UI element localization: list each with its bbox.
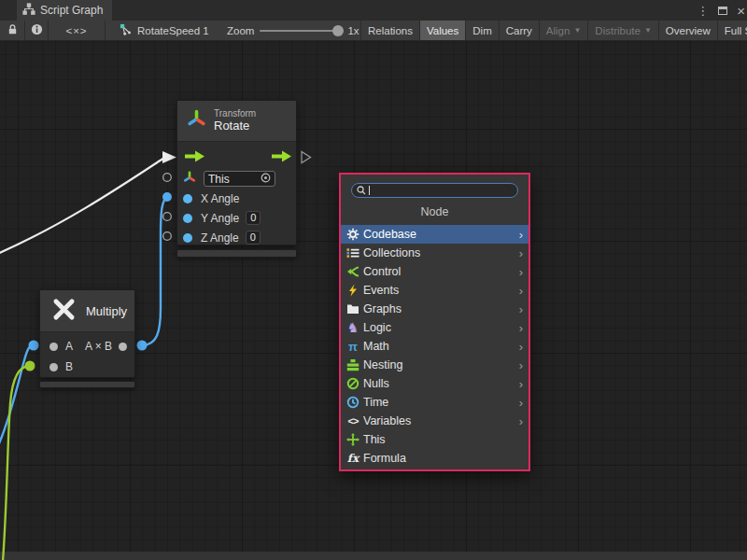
finder-item-label: Control <box>363 265 519 278</box>
shuffle-icon <box>345 265 360 279</box>
control-input-arrow-icon[interactable] <box>184 149 205 166</box>
dropdown-arrow-icon: ▼ <box>644 26 652 35</box>
toolbar-button-distribute[interactable]: Distribute▼ <box>587 21 658 40</box>
port-dot-blue[interactable] <box>183 214 192 223</box>
code-view-button[interactable]: <×> <box>49 21 106 40</box>
port-output-label: A × B <box>85 340 112 353</box>
chevron-right-icon: › <box>519 341 523 353</box>
maximize-icon[interactable] <box>718 7 727 15</box>
finder-item-nulls[interactable]: Nulls› <box>341 374 529 393</box>
port-output-dot[interactable] <box>119 343 127 351</box>
graph-ref-icon <box>120 23 132 37</box>
move-icon <box>345 433 360 447</box>
toolbar-button-dim[interactable]: Dim <box>465 21 498 40</box>
multiply-row-b: B <box>40 357 134 377</box>
formula-icon: fx <box>345 452 360 466</box>
finder-item-graphs[interactable]: Graphs› <box>341 300 529 318</box>
window-controls: ⋮ × <box>697 0 745 21</box>
nesting-icon <box>345 358 360 372</box>
rotate-node-footer <box>176 249 297 258</box>
graph-reference[interactable]: RotateSpeed 1 <box>120 21 209 40</box>
finder-item-events[interactable]: Events› <box>341 281 529 300</box>
zoom-level: 1x <box>347 25 359 36</box>
tab-bar: Script Graph ⋮ × <box>0 0 747 21</box>
port-value-field[interactable]: 0 <box>246 231 261 245</box>
info-icon <box>31 23 43 37</box>
port-row-z-angle: Z Angle0 <box>177 228 296 247</box>
tab-title: Script Graph <box>40 4 103 17</box>
search-input[interactable] <box>351 183 518 198</box>
multiply-node-header: Multiply <box>40 290 134 332</box>
toolbar-button-relations[interactable]: Relations <box>360 21 419 40</box>
port-dot-blue[interactable] <box>183 233 192 243</box>
menu-icon[interactable]: ⋮ <box>697 4 709 18</box>
finder-item-formula[interactable]: fxFormula <box>341 449 529 468</box>
graph-ref-label: RotateSpeed 1 <box>137 25 209 36</box>
chevron-right-icon: › <box>519 322 523 334</box>
port-label: Y Angle <box>201 212 239 225</box>
folder-icon <box>345 302 360 316</box>
toolbar-button-values[interactable]: Values <box>419 21 465 40</box>
lightning-icon <box>345 284 360 298</box>
transform-axes-small-icon <box>183 171 196 188</box>
this-field-value: This <box>208 173 230 186</box>
port-b-label: B <box>65 360 73 373</box>
node-transform-rotate[interactable]: Transform Rotate This X Ang <box>176 100 297 245</box>
close-icon[interactable]: × <box>737 3 745 19</box>
tab-script-graph[interactable]: Script Graph <box>17 0 112 21</box>
chevron-right-icon: › <box>519 415 523 427</box>
chevron-right-icon: › <box>519 229 523 241</box>
clock-icon <box>345 396 360 410</box>
port-value-field[interactable]: 0 <box>246 211 261 225</box>
port-b-dot[interactable] <box>49 363 58 371</box>
control-output-arrow-icon[interactable] <box>271 149 292 166</box>
object-picker-icon[interactable] <box>261 173 271 186</box>
finder-item-control[interactable]: Control› <box>341 262 529 281</box>
gear-icon <box>345 228 360 242</box>
port-row-x-angle: X Angle <box>177 189 296 208</box>
text-caret <box>369 186 370 195</box>
this-object-field[interactable]: This <box>204 171 275 187</box>
this-port-row: This <box>177 169 296 189</box>
chevron-right-icon: › <box>519 266 523 278</box>
finder-item-codebase[interactable]: Codebase› <box>341 225 529 244</box>
finder-item-math[interactable]: πMath› <box>341 337 529 356</box>
variables-icon: <> <box>345 414 360 428</box>
chevron-right-icon: › <box>519 247 523 259</box>
rotate-value-ports: X AngleY Angle0Z Angle0 <box>177 189 296 247</box>
toolbar-button-full-screen[interactable]: Full Screen <box>717 21 747 40</box>
port-row-y-angle: Y Angle0 <box>177 208 296 228</box>
port-a-dot[interactable] <box>49 343 58 351</box>
finder-item-time[interactable]: Time› <box>341 393 529 412</box>
toolbar-button-carry[interactable]: Carry <box>499 21 539 40</box>
chevron-right-icon: › <box>519 397 523 409</box>
finder-item-logic[interactable]: ♞Logic› <box>341 318 529 337</box>
finder-item-label: This <box>363 433 523 446</box>
finder-item-variables[interactable]: <>Variables› <box>341 412 529 430</box>
zoom-slider[interactable] <box>260 30 342 32</box>
search-icon <box>357 182 366 199</box>
node-title: Multiply <box>86 304 127 318</box>
toolbar-button-overview[interactable]: Overview <box>658 21 717 40</box>
info-button[interactable] <box>25 21 49 40</box>
chevron-right-icon: › <box>519 285 523 297</box>
node-title: Rotate <box>214 119 256 133</box>
graph-icon <box>22 3 35 19</box>
window-bottom-edge <box>0 552 747 560</box>
unity-visual-scripting-window: Script Graph ⋮ × <×> <box>0 0 747 560</box>
finder-item-collections[interactable]: Collections› <box>341 244 529 262</box>
node-multiply[interactable]: Multiply A A × B B <box>39 289 135 378</box>
finder-item-label: Codebase <box>363 228 519 241</box>
zoom-slider-handle[interactable] <box>332 25 344 36</box>
finder-item-nesting[interactable]: Nesting› <box>341 356 529 374</box>
port-label: X Angle <box>201 192 239 205</box>
finder-item-label: Events <box>363 284 519 297</box>
finder-item-label: Time <box>363 396 519 409</box>
chevron-right-icon: › <box>519 359 523 371</box>
port-dot-blue[interactable] <box>183 194 192 203</box>
pi-icon: π <box>345 340 360 354</box>
toolbar-button-align[interactable]: Align▼ <box>539 21 588 40</box>
multiply-node-footer <box>39 381 135 388</box>
lock-button[interactable] <box>0 21 25 40</box>
finder-item-this[interactable]: This <box>341 430 529 449</box>
